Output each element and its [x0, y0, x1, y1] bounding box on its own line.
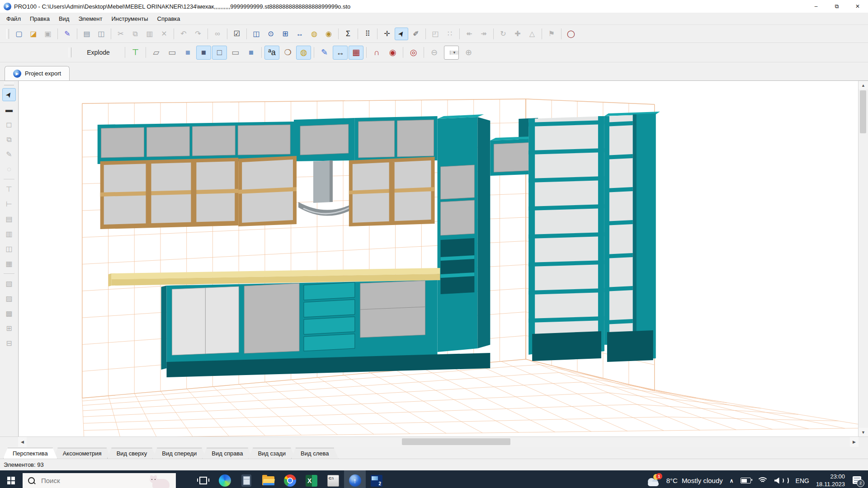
volume-icon[interactable]	[774, 477, 789, 484]
view-hidden-edges-button[interactable]: ▭	[165, 46, 179, 60]
group-button[interactable]: ⠿	[361, 28, 374, 40]
window-price-button[interactable]: ◉	[322, 28, 335, 40]
show-dimensions-button[interactable]: ↔	[333, 46, 348, 60]
view-shaded-button[interactable]: ■	[196, 46, 211, 60]
toolbar-drag-handle[interactable]	[6, 29, 9, 39]
cut-icon: ✂	[118, 30, 123, 38]
viewport-3d[interactable]	[19, 81, 858, 436]
view-contour-button[interactable]: □	[212, 46, 227, 60]
vertical-scroll-track[interactable]	[859, 89, 868, 428]
view-tab-top[interactable]: Вид сверху	[107, 448, 157, 459]
wifi-icon[interactable]	[758, 477, 768, 484]
snap-magnet-button[interactable]: ∩	[369, 46, 384, 60]
move-tool-button[interactable]: ✛	[380, 28, 394, 40]
clock[interactable]: 23:00 18.11.2023	[816, 473, 845, 488]
menu-tools[interactable]: Инструменты	[107, 14, 152, 23]
menu-element[interactable]: Элемент	[74, 14, 107, 23]
help-button[interactable]: ◯	[564, 28, 578, 40]
start-button[interactable]	[0, 470, 22, 488]
scroll-right-button[interactable]: ▶	[850, 437, 859, 447]
sidebar-drag-handle[interactable]	[4, 83, 14, 85]
snap-center-button[interactable]: ◉	[385, 46, 400, 60]
taskbar-apps: X C:\ ↑ 2	[192, 470, 387, 488]
view-tab-left[interactable]: Вид слева	[291, 448, 338, 459]
vertical-scroll-thumb[interactable]	[860, 90, 866, 133]
show-labels-button[interactable]: ªa	[264, 46, 279, 60]
show-grid-button[interactable]: ▦	[349, 46, 363, 60]
search-input[interactable]	[40, 476, 110, 485]
file-explorer-taskbar-button[interactable]	[257, 470, 279, 488]
weather-widget[interactable]: 1 8°C Mostly cloudy	[647, 474, 723, 488]
view-tab-perspective[interactable]: Перспектива	[3, 448, 57, 459]
view-wireframe-icon: ▱	[153, 48, 160, 56]
vertical-scrollbar[interactable]: ▲ ▼	[858, 81, 868, 436]
view-tab-front[interactable]: Вид спереди	[152, 448, 206, 459]
view-wireframe-button[interactable]: ▱	[149, 46, 164, 60]
show-lights-button[interactable]: ◍	[296, 46, 311, 60]
print-button[interactable]: ▤	[80, 28, 94, 40]
toolbar-separator	[125, 47, 125, 58]
calculator-taskbar-button[interactable]	[236, 470, 257, 488]
horizontal-scrollbar[interactable]: ◀ ▶	[18, 437, 859, 447]
fitting-tool-10-button: ⊞	[2, 322, 16, 335]
view-tab-right[interactable]: Вид справа	[202, 448, 252, 459]
window-structure-button[interactable]: ⊞	[278, 28, 292, 40]
menu-help[interactable]: Справка	[153, 14, 185, 23]
scroll-up-button[interactable]: ▲	[859, 81, 868, 89]
report-button[interactable]: ✎	[61, 28, 74, 40]
window-lighting-button[interactable]: ◍	[307, 28, 321, 40]
menu-edit[interactable]: Правка	[25, 14, 54, 23]
board-tool-button[interactable]: ▬	[2, 103, 16, 116]
pro100-taskbar-button[interactable]: ↑	[344, 470, 366, 488]
chrome-taskbar-button[interactable]	[279, 470, 301, 488]
summary-button[interactable]: Σ	[341, 28, 355, 40]
project-export-tab[interactable]: ▶ Project export	[5, 66, 70, 80]
rotate-tool-button[interactable]: ➤	[395, 28, 408, 40]
floor-level-button[interactable]: ⊤	[128, 46, 143, 60]
paint-mode-button[interactable]: ✎	[317, 46, 332, 60]
export-image-button[interactable]: ◫	[94, 28, 108, 40]
excel-taskbar-button[interactable]: X	[301, 470, 322, 488]
fitting-tool-5-icon: ◫	[5, 245, 12, 253]
open-project-button[interactable]: ◪	[27, 28, 40, 40]
scroll-left-button[interactable]: ◀	[18, 437, 27, 447]
new-document-button[interactable]: ▢	[12, 28, 26, 40]
view-tab-axonometry[interactable]: Аксонометрия	[53, 448, 111, 459]
window-lighting-icon: ◍	[311, 30, 317, 38]
battery-icon[interactable]	[741, 478, 751, 483]
window-report-button[interactable]: ◫	[250, 28, 263, 40]
window-materials-button[interactable]: ⊙	[264, 28, 278, 40]
properties-button[interactable]: ☑	[230, 28, 244, 40]
origin-button[interactable]: ◎	[406, 46, 421, 60]
restore-button[interactable]: ⧉	[826, 0, 847, 13]
cmd-taskbar-button[interactable]: C:\	[322, 470, 344, 488]
app2-taskbar-button[interactable]: 2	[366, 470, 387, 488]
window-dimensions-button[interactable]: ↔	[293, 28, 307, 40]
view-tab-back[interactable]: Вид сзади	[248, 448, 295, 459]
view-sketch-button[interactable]: ▭	[228, 46, 243, 60]
menu-view[interactable]: Вид	[54, 14, 74, 23]
calculator-icon	[241, 474, 251, 487]
language-indicator[interactable]: ENG	[796, 477, 809, 484]
scroll-down-button[interactable]: ▼	[859, 428, 868, 436]
view-solid-color-button[interactable]: ■	[180, 46, 195, 60]
show-handles-button[interactable]: ❍	[280, 46, 295, 60]
horizontal-scroll-track[interactable]	[27, 437, 850, 447]
explode-button[interactable]: Explode	[75, 46, 122, 60]
view-toolbar-drag-handle[interactable]	[69, 47, 71, 57]
draw-tool-button[interactable]: ✐	[409, 28, 423, 40]
close-button[interactable]: ✕	[847, 0, 868, 13]
notification-center-button[interactable]: 2	[852, 476, 863, 486]
group-tool-button: ⧉	[2, 133, 16, 146]
zoom-level-combobox[interactable]: ▼	[444, 46, 459, 60]
minimize-button[interactable]: –	[806, 0, 826, 13]
menu-file[interactable]: Файл	[2, 14, 25, 23]
task-view-button[interactable]	[192, 470, 214, 488]
tray-expand-chevron-icon[interactable]: ∧	[730, 478, 734, 484]
taskbar-search-box[interactable]	[23, 473, 176, 488]
horizontal-scroll-thumb[interactable]	[402, 438, 510, 445]
select-tool-button[interactable]: ➤	[2, 88, 16, 101]
zoom-dropdown-arrow-icon[interactable]: ▼	[450, 51, 458, 55]
edge-taskbar-button[interactable]	[214, 470, 236, 488]
view-textured-button[interactable]: ■	[244, 46, 259, 60]
